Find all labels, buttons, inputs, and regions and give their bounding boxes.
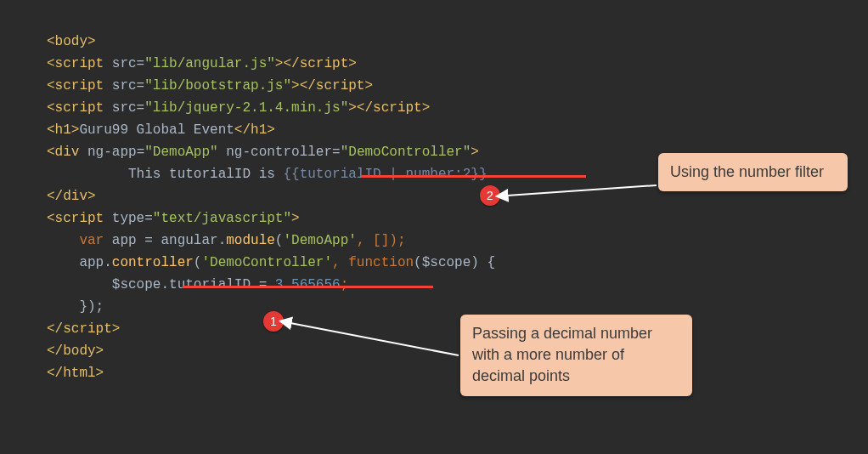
code-token: script — [63, 321, 112, 337]
code-token: src= — [112, 56, 144, 71]
code-token: ; — [341, 277, 349, 292]
code-token: script — [316, 78, 365, 94]
code-token: , []); — [357, 233, 406, 248]
code-token: "lib/jquery-2.1.4.min.js" — [144, 100, 348, 116]
code-token: "DemoController" — [341, 145, 471, 160]
code-token: <script — [47, 211, 112, 226]
code-token: ></ — [291, 78, 316, 94]
code-token: $scope.tutorialID = — [47, 277, 275, 292]
code-token: }); — [47, 299, 104, 315]
code-token: "text/javascript" — [153, 211, 291, 226]
code-token: > — [112, 321, 121, 337]
code-token: <div — [47, 145, 87, 160]
code-token: ></ — [348, 100, 373, 116]
code-token: app. — [47, 255, 112, 270]
code-token: controller — [112, 255, 194, 270]
code-token: ( — [194, 255, 202, 270]
code-token: <script — [47, 78, 112, 94]
code-line: <body> — [47, 34, 96, 49]
code-token: 'DemoController' — [201, 255, 332, 270]
code-token: > — [348, 56, 357, 71]
code-token: ng-controller= — [226, 145, 340, 160]
code-token: module — [226, 233, 275, 248]
badge-one: 1 — [263, 311, 284, 332]
code-token: "DemoApp" — [144, 145, 226, 160]
code-token: 'DemoApp' — [283, 233, 356, 248]
code-token: , — [332, 255, 348, 270]
code-token: 3.565656 — [275, 277, 341, 292]
code-token: app = angular. — [112, 233, 226, 248]
code-token: "lib/bootstrap.js" — [144, 78, 291, 94]
code-token: "lib/angular.js" — [144, 56, 275, 71]
code-token: > — [291, 211, 300, 226]
code-token: </div> — [47, 189, 96, 204]
callout-top: Using the number filter — [658, 153, 848, 191]
code-token: </html> — [47, 366, 104, 381]
code-token: function — [348, 255, 414, 270]
code-token: > — [364, 78, 373, 94]
code-token: script — [373, 100, 422, 116]
code-token: script — [300, 56, 349, 71]
code-token: </body> — [47, 343, 104, 359]
code-token: src= — [112, 100, 144, 116]
code-block: <body> <script src="lib/angular.js"></sc… — [0, 0, 868, 393]
code-token: <script — [47, 56, 112, 71]
code-token: var — [47, 233, 112, 248]
code-token: {{tutorialID | number:2}} — [283, 167, 487, 182]
code-token: > — [471, 145, 479, 160]
callout-bottom: Passing a decimal number with a more num… — [460, 315, 692, 396]
code-token: ($scope) { — [414, 255, 495, 270]
underline-expression — [361, 175, 586, 178]
underline-assignment — [183, 286, 433, 288]
code-token: src= — [112, 78, 144, 94]
code-token: </ — [47, 321, 63, 337]
code-token: <h1> — [47, 122, 79, 138]
code-token: > — [422, 100, 431, 116]
code-token: ng-app= — [87, 145, 144, 160]
code-token: ></ — [275, 56, 300, 71]
code-token: This tutorialID is — [47, 167, 283, 182]
code-token: Guru99 Global Event — [79, 122, 234, 138]
code-token: <script — [47, 100, 112, 116]
code-token: ( — [275, 233, 284, 248]
badge-two: 2 — [480, 185, 500, 206]
code-token: type= — [112, 211, 153, 226]
code-token: </h1> — [234, 122, 275, 138]
